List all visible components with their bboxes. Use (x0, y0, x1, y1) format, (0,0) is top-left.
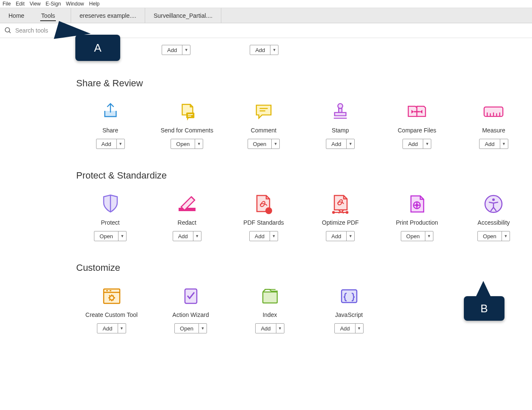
tool-label: Protect (101, 219, 119, 226)
chevron-down-icon[interactable]: ▼ (270, 45, 278, 55)
tool-label: Index (262, 311, 277, 318)
stamp-icon (330, 102, 350, 122)
measure-button[interactable]: Add ▼ (479, 139, 508, 149)
svg-rect-36 (342, 290, 357, 303)
menu-window[interactable]: Window (66, 1, 84, 7)
javascript-icon (339, 286, 359, 306)
tool-label: Compare Files (398, 127, 436, 134)
callout-b: B (464, 296, 504, 321)
tab-home[interactable]: Home (0, 8, 33, 23)
chevron-down-icon[interactable]: ▼ (272, 139, 279, 149)
share-button[interactable]: Add ▼ (96, 139, 125, 149)
chevron-down-icon[interactable]: ▼ (118, 324, 126, 333)
tool-action-wizard[interactable]: Action Wizard Open ▼ (151, 286, 230, 333)
index-icon (260, 286, 280, 306)
chevron-down-icon[interactable]: ▼ (182, 45, 190, 55)
javascript-button[interactable]: Add ▼ (334, 323, 363, 333)
tool-stamp[interactable]: Stamp Add ▼ (302, 102, 379, 149)
section-title-share: Share & Review (76, 78, 532, 89)
chevron-down-icon[interactable]: ▼ (423, 139, 431, 149)
top-add-2[interactable]: Add ▼ (250, 45, 278, 55)
tool-javascript[interactable]: JavaScript Add ▼ (309, 286, 389, 333)
action-wizard-button[interactable]: Open ▼ (174, 323, 207, 333)
pdf-standards-button[interactable]: Add ▼ (249, 231, 278, 241)
add-label[interactable]: Add (250, 45, 270, 55)
redact-icon (177, 194, 197, 214)
tool-optimize[interactable]: Optimize PDF Add ▼ (302, 194, 379, 241)
top-add-1[interactable]: Add ▼ (162, 45, 190, 55)
protect-button[interactable]: Open ▼ (94, 231, 127, 241)
tool-label: Send for Comments (161, 127, 214, 134)
menu-view[interactable]: View (30, 1, 41, 7)
tools-content: Add ▼ Add ▼ Share & Review Share Add ▼ (0, 45, 532, 410)
callout-a: A (75, 35, 120, 61)
tool-label: Accessibility (477, 219, 510, 226)
tool-print-production[interactable]: Print Production Open ▼ (379, 194, 455, 241)
tool-grid-protect: Protect Open ▼ Redact Add ▼ (0, 194, 532, 241)
tool-pdf-standards[interactable]: i PDF Standards Add ▼ (225, 194, 302, 241)
optimize-icon (330, 194, 350, 214)
send-comments-button[interactable]: Open ▼ (171, 139, 203, 149)
chevron-down-icon[interactable]: ▼ (347, 231, 354, 241)
compare-button[interactable]: Add ▼ (402, 139, 431, 149)
svg-point-20 (333, 212, 334, 213)
tool-send-comments[interactable]: Send for Comments Open ▼ (149, 102, 225, 149)
custom-tool-button[interactable]: Add ▼ (97, 323, 126, 333)
menu-edit[interactable]: Edit (16, 1, 25, 7)
chevron-down-icon[interactable]: ▼ (270, 231, 278, 241)
tool-redact[interactable]: Redact Add ▼ (149, 194, 225, 241)
svg-rect-2 (186, 113, 194, 118)
pdf-standards-icon: i (254, 194, 274, 214)
tool-index[interactable]: Index Add ▼ (230, 286, 309, 333)
menu-bar: File Edit View E-Sign Window Help (0, 0, 532, 8)
chevron-down-icon[interactable]: ▼ (347, 139, 354, 149)
tab-doc-2[interactable]: Surveillance_Partial.... (145, 8, 221, 23)
chevron-down-icon[interactable]: ▼ (195, 139, 203, 149)
tool-label: Redact (178, 219, 196, 226)
svg-rect-34 (263, 292, 277, 303)
tool-custom-tool[interactable]: Create Custom Tool Add ▼ (72, 286, 151, 333)
tool-compare[interactable]: Compare Files Add ▼ (379, 102, 455, 149)
menu-help[interactable]: Help (89, 1, 100, 7)
svg-point-25 (416, 204, 418, 206)
chevron-down-icon[interactable]: ▼ (199, 324, 207, 333)
accessibility-button[interactable]: Open ▼ (477, 231, 510, 241)
stamp-button[interactable]: Add ▼ (326, 139, 355, 149)
add-label[interactable]: Add (162, 45, 182, 55)
share-icon (100, 102, 121, 122)
chevron-down-icon[interactable]: ▼ (500, 139, 508, 149)
svg-point-27 (492, 198, 495, 201)
chevron-down-icon[interactable]: ▼ (425, 231, 433, 241)
tool-comment[interactable]: Comment Open ▼ (225, 102, 302, 149)
measure-icon (483, 102, 504, 122)
tool-protect[interactable]: Protect Open ▼ (72, 194, 149, 241)
tool-label: Comment (251, 127, 277, 134)
menu-esign[interactable]: E-Sign (46, 1, 61, 7)
chevron-down-icon[interactable]: ▼ (356, 324, 363, 333)
tool-label: JavaScript (335, 311, 363, 318)
menu-file[interactable]: File (3, 1, 11, 7)
compare-icon (407, 102, 427, 122)
chevron-down-icon[interactable]: ▼ (502, 231, 510, 241)
tool-label: Print Production (396, 219, 438, 226)
tool-share[interactable]: Share Add ▼ (72, 102, 149, 149)
tool-label: Stamp (332, 127, 349, 134)
tool-label: Action Wizard (172, 311, 209, 318)
chevron-down-icon[interactable]: ▼ (276, 324, 284, 333)
chevron-down-icon[interactable]: ▼ (119, 231, 126, 241)
print-production-button[interactable]: Open ▼ (401, 231, 433, 241)
tool-accessibility[interactable]: Accessibility Open ▼ (455, 194, 532, 241)
tool-measure[interactable]: Measure Add ▼ (455, 102, 532, 149)
comment-icon (254, 102, 274, 122)
send-comments-icon (177, 102, 197, 122)
optimize-button[interactable]: Add ▼ (326, 231, 355, 241)
svg-line-1 (9, 31, 11, 33)
tool-label: Measure (482, 127, 505, 134)
redact-button[interactable]: Add ▼ (173, 231, 201, 241)
tool-grid-share: Share Add ▼ Send for Comments Open (0, 102, 532, 149)
comment-button[interactable]: Open ▼ (248, 139, 280, 149)
index-button[interactable]: Add ▼ (255, 323, 284, 333)
chevron-down-icon[interactable]: ▼ (193, 231, 201, 241)
chevron-down-icon[interactable]: ▼ (117, 139, 124, 149)
accessibility-icon (483, 194, 504, 214)
